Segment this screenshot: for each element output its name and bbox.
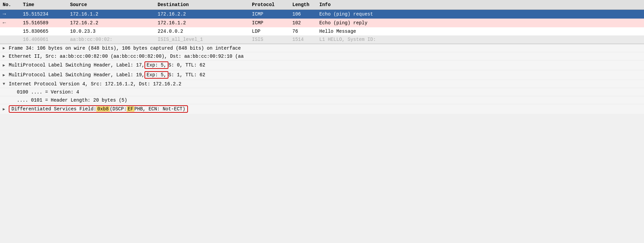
cell-source: 172.16.2.2 [67, 20, 155, 26]
table-header: No. Time Source Destination Protocol Len… [0, 0, 644, 10]
cell-length: 1514 [290, 36, 317, 43]
cell-destination: 172.16.1.2 [155, 20, 249, 26]
mpls1-exp-value: Exp: 5, [147, 62, 166, 68]
detail-row-dscp[interactable]: ▶ Differentiated Services Field: 0xb8 (D… [0, 104, 644, 114]
cell-protocol: LDP [249, 28, 290, 35]
expand-icon: ▶ [3, 54, 7, 59]
detail-text-mpls1-suffix: S: 0, TTL: 62 [168, 62, 205, 68]
detail-text-mpls2-prefix: MultiProtocol Label Switching Header, La… [9, 72, 144, 78]
table-row[interactable]: 16.406061 aa:bb:cc:00:02: ISIS_all_level… [0, 35, 644, 44]
detail-row-mpls2[interactable]: ▶ MultiProtocol Label Switching Header, … [0, 70, 644, 80]
cell-protocol: ISIS [249, 36, 290, 43]
packet-detail: ▶ Frame 34: 106 bytes on wire (848 bits)… [0, 44, 644, 114]
mpls2-exp-value: Exp: 5, [147, 72, 166, 78]
cell-no [0, 28, 20, 35]
cell-destination: 172.16.2.2 [155, 11, 249, 18]
cell-time: 16.406061 [20, 36, 67, 43]
cell-protocol: ICMP [249, 20, 290, 26]
cell-no: → [0, 10, 20, 18]
no-expand-spacer [11, 90, 15, 94]
cell-info: L1 HELLO, System ID: [317, 36, 644, 43]
cell-time: 15.516589 [20, 20, 67, 26]
detail-text-version: 0100 .... = Version: 4 [17, 89, 79, 95]
cell-protocol: ICMP [249, 11, 290, 18]
mpls1-exp-highlight: Exp: 5, [144, 61, 168, 69]
detail-row-ipv4[interactable]: ▼ Internet Protocol Version 4, Src: 172.… [0, 80, 644, 88]
dscp-text-detail: (DSCP: [110, 106, 127, 112]
cell-destination: 224.0.0.2 [155, 28, 249, 35]
expand-icon: ▶ [3, 107, 7, 112]
detail-row-header-length: .... 0101 = Header Length: 20 bytes (5) [0, 96, 644, 104]
dscp-hex-value: 0xb8 [96, 106, 110, 112]
col-header-time: Time [20, 1, 67, 8]
cell-no [0, 36, 20, 43]
cell-no: ← [0, 19, 20, 27]
detail-text-frame: Frame 34: 106 bytes on wire (848 bits), … [9, 46, 241, 51]
cell-destination: ISIS_all_level_1 [155, 36, 249, 43]
cell-length: 76 [290, 28, 317, 35]
detail-text-ipv4: Internet Protocol Version 4, Src: 172.16… [9, 81, 181, 87]
dscp-text-end: PHB, ECN: Not-ECT) [134, 106, 185, 112]
detail-text-mpls1-prefix: MultiProtocol Label Switching Header, La… [9, 62, 144, 68]
cell-info: Echo (ping) request [317, 11, 644, 18]
packet-capture-window: No. Time Source Destination Protocol Len… [0, 0, 644, 114]
col-header-protocol: Protocol [249, 1, 290, 8]
dscp-highlighted-container: Differentiated Services Field: 0xb8 (DSC… [9, 105, 188, 113]
col-header-no: No. [0, 1, 20, 8]
detail-row-frame[interactable]: ▶ Frame 34: 106 bytes on wire (848 bits)… [0, 44, 644, 52]
cell-length: 102 [290, 20, 317, 26]
cell-source: 172.16.1.2 [67, 11, 155, 18]
col-header-destination: Destination [155, 1, 249, 8]
col-header-info: Info [317, 1, 644, 8]
mpls2-exp-highlight: Exp: 5, [144, 71, 168, 79]
no-expand-spacer [11, 98, 15, 103]
expand-icon: ▶ [3, 46, 7, 51]
detail-text-mpls2-suffix: S: 1, TTL: 62 [168, 72, 205, 78]
detail-row-version: 0100 .... = Version: 4 [0, 88, 644, 96]
cell-info: Hello Message [317, 28, 644, 35]
detail-row-ethernet[interactable]: ▶ Ethernet II, Src: aa:bb:cc:00:82:00 (a… [0, 52, 644, 60]
expand-icon: ▶ [3, 73, 7, 78]
cell-time: 15.515234 [20, 11, 67, 18]
table-row[interactable]: → 15.515234 172.16.1.2 172.16.2.2 ICMP 1… [0, 10, 644, 19]
arrow-left-icon: ← [3, 20, 6, 26]
cell-source: aa:bb:cc:00:02: [67, 36, 155, 43]
dscp-ef-value: EF [127, 106, 134, 112]
cell-length: 106 [290, 11, 317, 18]
col-header-length: Length [290, 1, 317, 8]
packet-list: No. Time Source Destination Protocol Len… [0, 0, 644, 44]
table-row[interactable]: 15.830665 10.0.23.3 224.0.0.2 LDP 76 Hel… [0, 27, 644, 35]
cell-info: Echo (ping) reply [317, 20, 644, 26]
dscp-text-prefix: Differentiated Services Field: [11, 106, 96, 112]
expand-icon: ▶ [3, 63, 7, 68]
detail-text-ethernet: Ethernet II, Src: aa:bb:cc:00:82:00 (aa:… [9, 54, 244, 59]
detail-row-mpls1[interactable]: ▶ MultiProtocol Label Switching Header, … [0, 60, 644, 70]
arrow-right-icon: → [3, 11, 6, 17]
col-header-source: Source [67, 1, 155, 8]
detail-text-header-length: .... 0101 = Header Length: 20 bytes (5) [17, 98, 127, 103]
cell-source: 10.0.23.3 [67, 28, 155, 35]
table-row[interactable]: ← 15.516589 172.16.2.2 172.16.1.2 ICMP 1… [0, 19, 644, 27]
cell-time: 15.830665 [20, 28, 67, 35]
expand-icon: ▼ [3, 82, 7, 86]
